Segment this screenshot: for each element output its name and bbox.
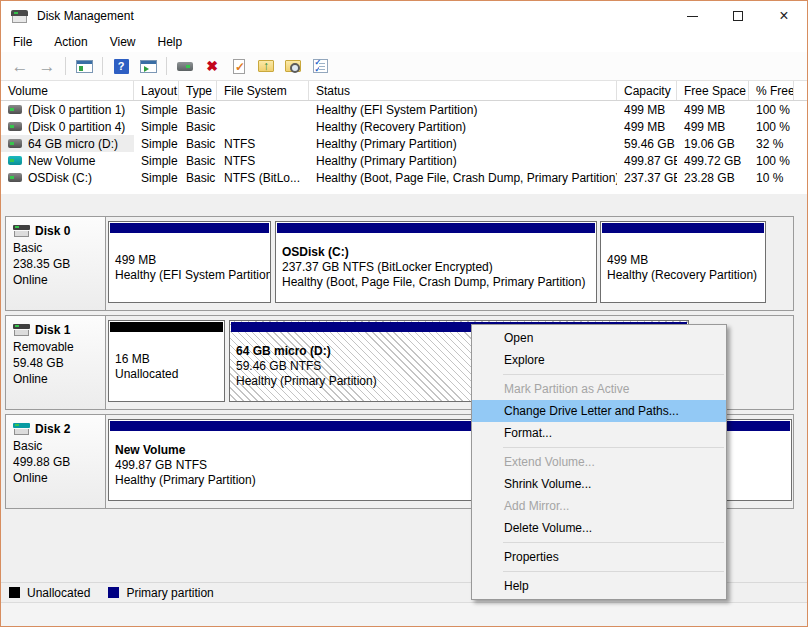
column-header-layout[interactable]: Layout [134, 81, 179, 100]
disk-status: Online [13, 470, 98, 486]
folder-search-icon [285, 60, 301, 72]
capacity-cell: 499 MB [617, 118, 677, 135]
partition-recovery[interactable]: 499 MB Healthy (Recovery Partition) [600, 221, 766, 303]
disk-1-header[interactable]: Disk 1 Removable 59.48 GB Online [6, 316, 106, 409]
column-header-pct-free[interactable]: % Free [749, 81, 794, 100]
close-icon: × [779, 8, 788, 24]
show-console-tree-button[interactable] [72, 55, 96, 77]
minimize-button[interactable] [669, 1, 715, 31]
menu-item-change-drive-letter[interactable]: Change Drive Letter and Paths... [472, 400, 726, 422]
column-header-status[interactable]: Status [309, 81, 617, 100]
pct-free-cell: 100 % [749, 118, 794, 135]
volume-list-pane: Volume Layout Type File System Status Ca… [1, 81, 807, 194]
legend-label-unallocated: Unallocated [27, 586, 90, 600]
check-document-icon [233, 59, 245, 74]
menu-item-delete-volume[interactable]: Delete Volume... [472, 517, 726, 539]
open-button[interactable] [254, 55, 278, 77]
partition-band [110, 322, 223, 332]
minimize-icon [687, 16, 698, 17]
menu-file[interactable]: File [2, 33, 43, 51]
table-row[interactable]: OSDisk (C:) Simple Basic NTFS (BitLo... … [1, 169, 807, 186]
menu-item-add-mirror: Add Mirror... [472, 495, 726, 517]
volume-icon [8, 139, 22, 148]
partition-band [110, 223, 269, 233]
disk-management-window: Disk Management × File Action View Help … [0, 0, 808, 627]
column-header-free-space[interactable]: Free Space [677, 81, 749, 100]
toolbar-separator [166, 57, 167, 75]
free-space-cell: 499 MB [677, 101, 749, 118]
volume-name: 64 GB micro (D:) [28, 137, 118, 151]
column-header-volume[interactable]: Volume [1, 81, 134, 100]
device-button[interactable] [173, 55, 197, 77]
status-cell: Healthy (EFI System Partition) [309, 101, 617, 118]
partition-osdisk-c[interactable]: OSDisk (C:) 237.37 GB NTFS (BitLocker En… [275, 221, 597, 303]
free-space-cell: 19.06 GB [677, 135, 749, 152]
capacity-cell: 59.46 GB [617, 135, 677, 152]
table-row-selected[interactable]: 64 GB micro (D:) Simple Basic NTFS Healt… [1, 135, 807, 152]
partition-size: 499 MB [115, 253, 264, 268]
disk-name: Disk 2 [35, 421, 70, 437]
partition-unallocated[interactable]: 16 MB Unallocated [108, 320, 225, 402]
menu-item-shrink-volume[interactable]: Shrink Volume... [472, 473, 726, 495]
table-row[interactable]: (Disk 0 partition 1) Simple Basic Health… [1, 101, 807, 118]
checklist-icon [313, 59, 328, 73]
explore-button[interactable] [281, 55, 305, 77]
maximize-button[interactable] [715, 1, 761, 31]
disk-2-header[interactable]: Disk 2 Basic 499.88 GB Online [6, 415, 106, 508]
column-header-type[interactable]: Type [179, 81, 217, 100]
menu-action[interactable]: Action [43, 33, 98, 51]
status-bar [1, 602, 807, 626]
disk-0-header[interactable]: Disk 0 Basic 238.35 GB Online [6, 217, 106, 310]
volume-icon [8, 173, 22, 182]
menu-item-help[interactable]: Help [472, 575, 726, 597]
free-space-cell: 23.28 GB [677, 169, 749, 186]
legend-swatch-unallocated [9, 587, 20, 598]
menu-item-extend-volume: Extend Volume... [472, 451, 726, 473]
table-row[interactable]: (Disk 0 partition 4) Simple Basic Health… [1, 118, 807, 135]
file-system-cell: NTFS [217, 135, 309, 152]
menu-view[interactable]: View [99, 33, 147, 51]
column-header-file-system[interactable]: File System [217, 81, 309, 100]
column-header-capacity[interactable]: Capacity [617, 81, 677, 100]
check-button[interactable] [227, 55, 251, 77]
partition-status: Healthy (Boot, Page File, Crash Dump, Pr… [282, 275, 590, 290]
app-icon [11, 10, 28, 23]
layout-cell: Simple [134, 135, 179, 152]
type-cell: Basic [179, 169, 217, 186]
pct-free-cell: 10 % [749, 169, 794, 186]
partition-efi-system[interactable]: 499 MB Healthy (EFI System Partition) [108, 221, 271, 303]
help-button[interactable] [109, 55, 133, 77]
partition-band [277, 223, 595, 233]
help-icon [114, 59, 129, 74]
back-icon [12, 58, 29, 75]
menu-help[interactable]: Help [147, 33, 194, 51]
disk-size: 238.35 GB [13, 256, 98, 272]
menu-item-open[interactable]: Open [472, 327, 726, 349]
folder-up-icon [258, 60, 274, 72]
volume-name: New Volume [28, 154, 95, 168]
forward-button[interactable] [35, 55, 59, 77]
table-row[interactable]: New Volume Simple Basic NTFS Healthy (Pr… [1, 152, 807, 169]
menu-item-explore[interactable]: Explore [472, 349, 726, 371]
column-header-filler [794, 81, 807, 100]
forward-icon [39, 58, 56, 75]
properties-list-button[interactable] [308, 55, 332, 77]
partition-size: 16 MB [115, 352, 218, 367]
disk-0-partitions: 499 MB Healthy (EFI System Partition) OS… [106, 217, 793, 310]
menu-item-properties[interactable]: Properties [472, 546, 726, 568]
show-action-pane-button[interactable] [136, 55, 160, 77]
disk-icon [13, 324, 30, 336]
menu-item-format[interactable]: Format... [472, 422, 726, 444]
window-title: Disk Management [37, 9, 134, 23]
menu-separator [503, 542, 724, 543]
volume-name: OSDisk (C:) [28, 171, 92, 185]
disk-icon [13, 423, 30, 435]
layout-cell: Simple [134, 152, 179, 169]
disk-status: Online [13, 371, 98, 387]
menu-separator [503, 447, 724, 448]
partition-size: 499 MB [607, 253, 759, 268]
back-button[interactable] [8, 55, 32, 77]
close-button[interactable]: × [761, 1, 807, 31]
delete-button[interactable] [200, 55, 224, 77]
layout-cell: Simple [134, 101, 179, 118]
